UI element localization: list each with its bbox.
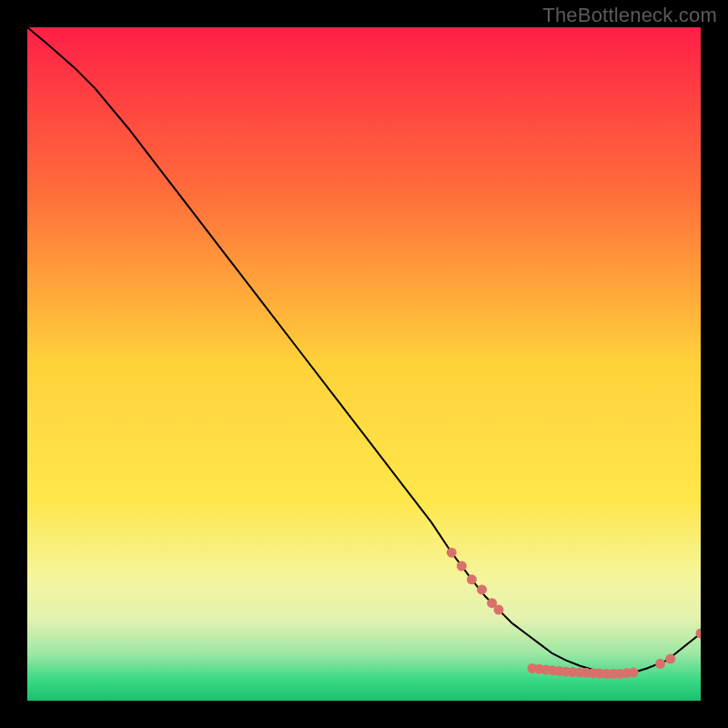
chart-marker — [467, 574, 477, 584]
watermark-text: TheBottleneck.com — [542, 4, 717, 27]
chart-frame: TheBottleneck.com — [0, 0, 728, 728]
chart-marker — [494, 605, 504, 615]
chart-marker — [447, 548, 457, 558]
chart-marker — [655, 659, 665, 669]
chart-svg — [27, 27, 701, 701]
chart-marker — [665, 654, 675, 664]
chart-marker — [629, 667, 639, 677]
chart-marker — [457, 561, 467, 571]
chart-plot — [27, 27, 701, 701]
chart-marker — [477, 584, 487, 594]
